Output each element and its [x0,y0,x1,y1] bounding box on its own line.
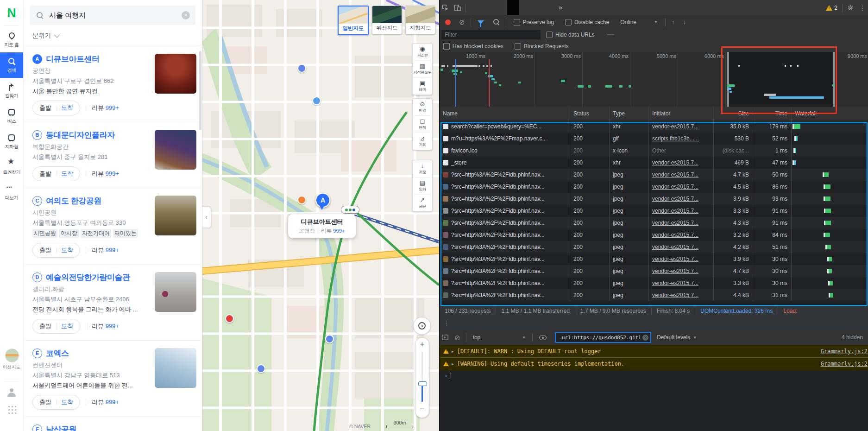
depart-button[interactable]: 출발 [39,170,51,178]
map-type-button[interactable]: 지형지도 [405,6,435,34]
filter-funnel-icon[interactable] [478,20,484,24]
clear-search-icon[interactable]: × [182,11,190,19]
initiator-link[interactable]: vendor-es2015.7... [649,265,714,277]
depart-button[interactable]: 출발 [39,246,51,254]
map-tool[interactable]: ▦ 지적편집도 [413,61,432,78]
review-link[interactable]: 리뷰 999+ [92,104,119,112]
initiator-link[interactable]: scripts.fbb1c3b...... [649,133,714,145]
source-link[interactable]: Grammarly.js:2 [821,361,868,367]
rail-item[interactable]: 즐겨찾기 [0,154,23,180]
initiator-link[interactable]: vendor-es2015.7... [649,277,714,289]
result-photo[interactable] [155,348,196,388]
log-levels-dropdown[interactable]: Default levels▼ [657,334,697,341]
network-request-row[interactable]: ?src=http%3A%2F%2Fldb.phinf.nav... 200 j… [440,229,868,241]
map-tool[interactable]: ↗ 공유 [413,195,432,211]
depart-button[interactable]: 출발 [39,104,51,112]
result-title[interactable]: 동대문디자인플라자 [46,130,115,140]
clear-filter-icon[interactable]: × [642,335,648,341]
column-header-name[interactable]: Name [440,107,570,120]
column-header-type[interactable]: Type [610,107,649,120]
preserve-log-checkbox[interactable]: Preserve log [514,19,554,25]
devtools-tab[interactable] [531,0,543,15]
result-title[interactable]: 코엑스 [46,348,69,359]
route-pill[interactable]: 출발 도착 [32,166,80,181]
clear-console-icon[interactable]: ⊘ [454,334,460,341]
console-filter-input[interactable] [558,334,642,341]
devtools-tab[interactable] [495,0,507,15]
map-tool[interactable]: ◻ 면적 [413,116,432,133]
map-tool[interactable]: ⊙ 반경 [413,99,432,116]
rail-item[interactable]: 더보기 [0,180,23,205]
result-photo[interactable] [155,130,196,170]
rail-item[interactable]: 검색 [0,52,23,78]
place-popup[interactable]: 디큐브아트센터 공연장리뷰 999+ [288,214,356,238]
map-tool[interactable]: ▣ 테마 [413,78,432,95]
network-request-row[interactable]: favicon.ico 200 x-icon Other (disk cac..… [440,145,868,157]
route-pill[interactable]: 출발 도착 [32,319,80,334]
network-request-row[interactable]: m?u=https%3A%2F%2Fmap.naver.c... 200 gif… [440,133,868,145]
result-title[interactable]: 디큐브아트센터 [46,54,100,64]
result-photo[interactable] [155,272,196,312]
initiator-link[interactable]: vendor-es2015.7... [649,205,714,217]
resource-type-chip[interactable] [607,34,614,35]
poi-icon[interactable] [297,196,306,204]
devtools-menu-icon[interactable]: ⋮ [856,2,868,13]
network-request-row[interactable]: ?src=http%3A%2F%2Fldb.phinf.nav... 200 j… [440,253,868,265]
initiator-link[interactable]: vendor-es2015.7... [649,289,714,301]
live-expression-eye-icon[interactable] [539,335,547,340]
clear-icon[interactable]: ⊘ [459,19,465,25]
apps-grid-icon[interactable] [7,405,17,414]
network-overview-timeline[interactable]: 1000 ms2000 ms3000 ms4000 ms5000 ms6000 … [440,52,868,107]
route-pill[interactable]: 출발 도착 [32,395,80,410]
initiator-link[interactable]: vendor-es2015.7... [649,169,714,181]
result-item[interactable]: A 디큐브아트센터 공연장 서울특별시 구로구 경인로 662 서울 볼만한 공… [23,46,202,122]
arrive-button[interactable]: 도착 [61,104,73,112]
collapse-panel-button[interactable]: ‹ [202,207,211,228]
column-header-status[interactable]: Status [570,107,610,120]
devtools-tab[interactable] [543,0,555,15]
scrollbar[interactable] [199,51,201,130]
console-sidebar-icon[interactable] [440,332,451,342]
result-item[interactable]: D 예술의전당한가람미술관 갤러리,화랑 서울특별시 서초구 남부순환로 240… [23,265,202,341]
devtools-tab[interactable] [519,0,531,15]
depart-button[interactable]: 출발 [39,398,51,406]
network-request-row[interactable]: ?src=http%3A%2F%2Fldb.phinf.nav... 200 j… [440,277,868,289]
console-warning-row[interactable]: ▶ [DEFAULT]: WARN : Using DEFAULT root l… [440,345,868,357]
column-header-initiator[interactable]: Initiator [649,107,714,120]
console-prompt[interactable]: › [440,369,868,382]
result-item[interactable]: F 낙산공원 근린공원 [23,417,202,431]
rail-item[interactable]: 버스 [0,103,23,129]
column-header-time[interactable]: Time [753,107,792,120]
result-item[interactable]: E 코엑스 컨벤션센터 서울특별시 강남구 영동대로 513 서울키덜트페어 어… [23,341,202,417]
review-link[interactable]: 리뷰 999+ [92,246,119,254]
popup-review[interactable]: 리뷰 999+ [321,228,345,234]
network-request-row[interactable]: _store 200 xhr vendor-es2015.7... 469 B … [440,157,868,169]
poi-icon[interactable] [225,314,234,323]
devtools-tab[interactable] [507,0,519,15]
drawer-menu-icon[interactable]: ⋮ [440,320,454,327]
export-har-icon[interactable]: ↓ [683,19,686,25]
inspect-element-icon[interactable] [440,2,452,13]
search-bar[interactable]: × [30,6,195,25]
map-canvas[interactable]: A 디큐브아트센터 공연장리뷰 999+ 일반지도 위성지도 지형지도 [202,0,439,431]
result-title[interactable]: 여의도 한강공원 [46,196,101,206]
initiator-link[interactable]: Other [649,145,714,157]
devtools-tab[interactable] [471,0,483,15]
route-pill[interactable]: 출발 도착 [32,243,80,258]
naver-logo[interactable]: N [0,4,23,22]
column-header-waterfall[interactable]: Waterfall [792,107,868,120]
network-request-row[interactable]: search?caller=pcweb&query=%EC... 200 xhr… [440,120,868,133]
rail-item[interactable]: 지하철 [0,129,23,154]
blocked-requests-checkbox[interactable]: Blocked Requests [515,43,569,50]
expand-arrow-icon[interactable]: ▶ [452,349,454,354]
device-toolbar-icon[interactable] [452,2,464,13]
warnings-badge[interactable]: 2 [826,5,837,11]
initiator-link[interactable]: vendor-es2015.7... [649,241,714,253]
rail-item[interactable]: 지도 홈 [0,27,23,52]
review-link[interactable]: 리뷰 999+ [92,322,119,330]
column-header-size[interactable]: Size [714,107,753,120]
map-tool[interactable]: ⊿ 거리 [413,133,432,150]
map-type-button[interactable]: 일반지도 [338,6,369,35]
result-item[interactable]: B 동대문디자인플라자 복합문화공간 서울특별시 중구 을지로 281 출발 도… [23,122,202,188]
network-request-row[interactable]: ?src=http%3A%2F%2Fldb.phinf.nav... 200 j… [440,289,868,301]
